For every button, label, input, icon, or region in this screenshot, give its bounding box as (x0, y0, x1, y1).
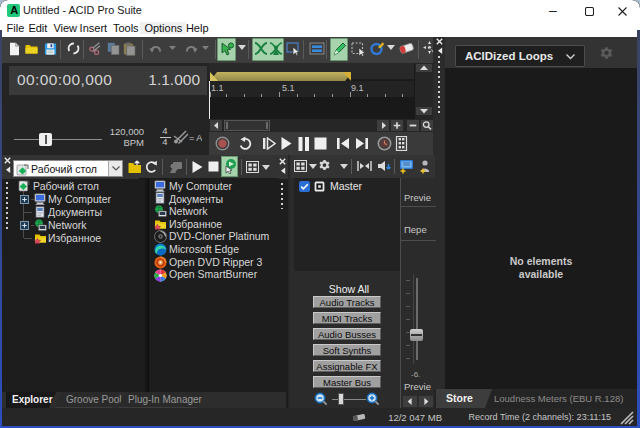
svg-text:= A: = A (189, 133, 202, 143)
